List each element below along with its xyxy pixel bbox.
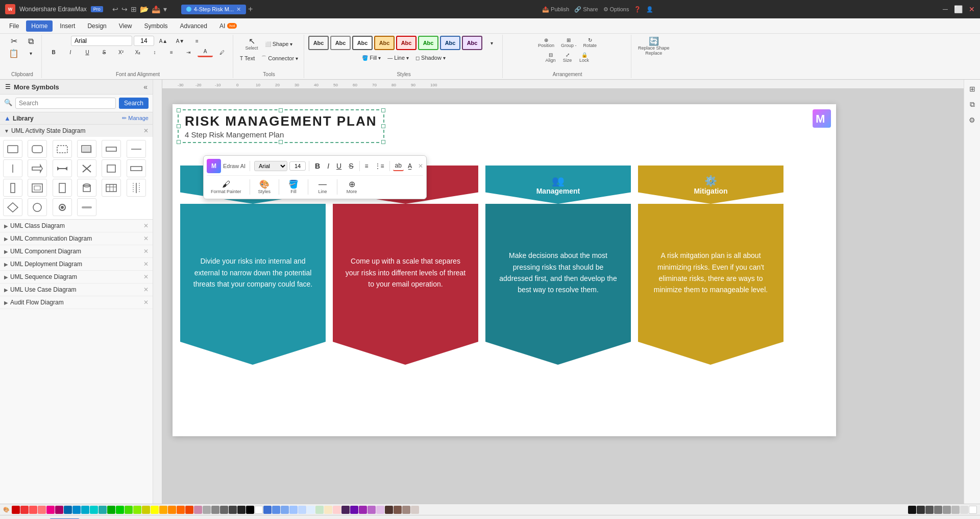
float-font-select[interactable]: Arial: [254, 161, 287, 171]
shape-table[interactable]: [102, 179, 121, 197]
font-size-input[interactable]: [134, 36, 154, 46]
color-pink[interactable]: [38, 506, 46, 514]
color-pale-green[interactable]: [315, 506, 324, 514]
redo-icon[interactable]: ↪: [121, 5, 128, 13]
style-1[interactable]: Abc: [308, 36, 329, 50]
shape-cylinder[interactable]: [77, 179, 96, 197]
float-format-painter-btn[interactable]: 🖌 Format Painter: [207, 178, 246, 196]
rp-settings-icon[interactable]: ⚙: [967, 114, 977, 126]
color-green-dark[interactable]: [107, 506, 115, 514]
style-7[interactable]: Abc: [440, 36, 460, 50]
color-orange-red[interactable]: [177, 506, 185, 514]
float-line-btn[interactable]: — Line: [312, 178, 333, 196]
color-red[interactable]: [20, 506, 29, 514]
color-lavender[interactable]: [368, 506, 376, 514]
manage-link[interactable]: ✏ Manage: [122, 115, 149, 122]
copy-button[interactable]: ⧉: [23, 36, 38, 47]
text-direction-button[interactable]: ↕: [147, 48, 162, 57]
shape-arrow-right[interactable]: [28, 159, 47, 177]
subscript-button[interactable]: X₂: [130, 48, 145, 57]
italic-button[interactable]: I: [63, 48, 78, 57]
color-red-orange[interactable]: [185, 506, 193, 514]
canvas-viewport[interactable]: RISK MANAGEMENT PLAN 4 Step Risk Mangeme…: [162, 89, 964, 504]
canvas-area[interactable]: -30 -20 -10 0 10 20 30 40 50 60 70 80 90…: [153, 80, 964, 504]
style-2[interactable]: Abc: [330, 36, 351, 50]
float-strike-btn[interactable]: S: [346, 161, 356, 171]
color-red-light[interactable]: [29, 506, 37, 514]
color-gray-dark[interactable]: [211, 506, 219, 514]
color-silver[interactable]: [943, 506, 951, 514]
color-violet[interactable]: [359, 506, 367, 514]
color-amber[interactable]: [159, 506, 167, 514]
color-tan[interactable]: [194, 506, 202, 514]
menu-design[interactable]: Design: [82, 20, 111, 32]
color-near-black[interactable]: [237, 506, 246, 514]
float-close-icon[interactable]: ✕: [418, 162, 423, 170]
color-medium-gray[interactable]: [925, 506, 934, 514]
color-light-gray2[interactable]: [934, 506, 942, 514]
menu-advanced[interactable]: Advanced: [175, 20, 212, 32]
position-button[interactable]: ⊕Position: [535, 36, 557, 50]
color-magenta[interactable]: [46, 506, 55, 514]
float-list2-btn[interactable]: ⋮≡: [373, 161, 386, 171]
color-brown-light[interactable]: [402, 506, 410, 514]
style-4[interactable]: Abc: [374, 36, 395, 50]
uml-sequence-item[interactable]: ▶ UML Sequence Diagram ✕: [0, 271, 153, 284]
color-yellow-green[interactable]: [133, 506, 141, 514]
lock-button[interactable]: 🔒Lock: [577, 51, 592, 64]
color-green[interactable]: [116, 506, 124, 514]
fill-button[interactable]: 🪣Fill▾: [359, 53, 383, 62]
color-beige[interactable]: [411, 506, 419, 514]
shape-bar[interactable]: [77, 198, 96, 216]
open-icon[interactable]: 📂: [140, 5, 149, 13]
shape-line[interactable]: [127, 140, 146, 158]
float-highlight-btn[interactable]: A̲: [406, 161, 414, 171]
export-icon[interactable]: 📤: [152, 5, 160, 13]
uml-deployment-item[interactable]: ▶ UML Deployment Diagram ✕: [0, 258, 153, 271]
uml-class-close[interactable]: ✕: [143, 222, 149, 229]
align-button[interactable]: ≡: [189, 37, 205, 45]
shape-rounded-rect[interactable]: [28, 140, 47, 158]
color-gray-darker[interactable]: [220, 506, 228, 514]
user-avatar[interactable]: 👤: [646, 6, 653, 13]
float-styles-btn[interactable]: 🎨 Styles: [254, 178, 275, 196]
color-teal[interactable]: [99, 506, 107, 514]
canvas-inner[interactable]: RISK MANAGEMENT PLAN 4 Step Risk Mangeme…: [173, 104, 836, 436]
cut-button[interactable]: ✂: [6, 36, 21, 47]
shape-tall-rect[interactable]: [53, 179, 72, 197]
color-white[interactable]: [255, 506, 263, 514]
replace-shape-button[interactable]: 🔄 Replace Shape Replace: [635, 36, 672, 57]
color-brand-blue[interactable]: [263, 506, 272, 514]
float-size-input[interactable]: [289, 161, 306, 171]
uml-usecase-item[interactable]: ▶ UML Use Case Diagram ✕: [0, 284, 153, 296]
card-mitigation[interactable]: ⚙️ Mitigation A risk mitgation plan is a…: [638, 166, 783, 365]
shape-square[interactable]: [102, 159, 121, 177]
title-selection-box[interactable]: RISK MANAGEMENT PLAN 4 Step Risk Mangeme…: [178, 109, 384, 143]
menu-ai[interactable]: AI hot: [214, 20, 242, 32]
uml-component-close[interactable]: ✕: [143, 248, 149, 255]
uml-sequence-close[interactable]: ✕: [143, 273, 149, 280]
color-orange[interactable]: [168, 506, 176, 514]
shape-double-arrow[interactable]: [53, 159, 72, 177]
color-black[interactable]: [246, 506, 254, 514]
font-color-button[interactable]: A: [198, 47, 213, 57]
menu-insert[interactable]: Insert: [55, 20, 80, 32]
card-management[interactable]: 👥 Management Make decisions about the mo…: [485, 166, 631, 365]
shape-x[interactable]: [77, 159, 96, 177]
float-more-btn[interactable]: ⊕ More: [341, 178, 362, 196]
color-pale-lavender[interactable]: [376, 506, 384, 514]
underline-button[interactable]: U: [80, 48, 95, 57]
line-button[interactable]: —Line▾: [385, 53, 411, 62]
list-button[interactable]: ≡: [164, 48, 179, 57]
section-close-button[interactable]: ✕: [143, 127, 149, 134]
float-italic-btn[interactable]: I: [325, 161, 332, 171]
color-deep-purple[interactable]: [341, 506, 350, 514]
float-fill-btn[interactable]: 🪣 Fill: [283, 178, 304, 196]
shape-diamond[interactable]: [3, 198, 22, 216]
styles-expand-button[interactable]: ▾: [484, 39, 499, 48]
highlight-button[interactable]: 🖊: [214, 48, 230, 57]
help-button[interactable]: ❓: [634, 6, 641, 13]
tab-close[interactable]: ✕: [236, 6, 241, 13]
menu-home[interactable]: Home: [26, 20, 53, 32]
font-decrease-button[interactable]: A▼: [173, 37, 188, 45]
